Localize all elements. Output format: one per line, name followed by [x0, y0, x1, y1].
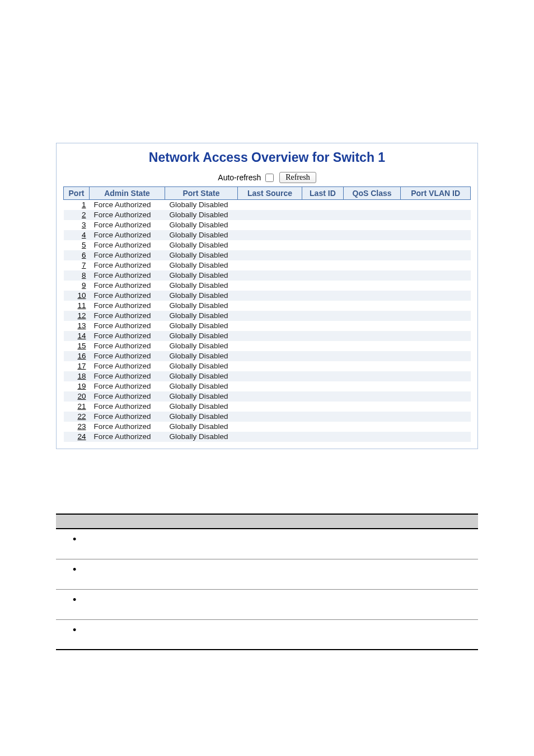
port-cell: 9	[64, 281, 90, 291]
admin-state-cell: Force Authorized	[90, 391, 165, 402]
port-link[interactable]: 21	[77, 402, 86, 410]
last-source-cell	[238, 220, 302, 230]
port-vlan-id-cell	[401, 341, 471, 351]
port-link[interactable]: 2	[82, 211, 86, 219]
admin-state-cell: Force Authorized	[90, 311, 165, 321]
last-id-cell	[302, 422, 344, 432]
last-source-cell	[238, 311, 302, 321]
admin-state-cell: Force Authorized	[90, 381, 165, 391]
port-link[interactable]: 19	[77, 382, 86, 390]
last-id-cell	[302, 240, 344, 250]
admin-state-cell: Force Authorized	[90, 331, 165, 341]
port-state-cell: Globally Disabled	[165, 210, 238, 220]
admin-state-cell: Force Authorized	[90, 291, 165, 301]
port-link[interactable]: 23	[77, 422, 86, 431]
port-link[interactable]: 13	[77, 321, 86, 330]
port-link[interactable]: 10	[77, 291, 86, 300]
port-link[interactable]: 5	[82, 241, 86, 249]
port-state-cell: Globally Disabled	[165, 311, 238, 321]
qos-class-cell	[343, 351, 401, 361]
port-cell: 18	[64, 371, 90, 381]
port-vlan-id-cell	[401, 210, 471, 220]
table-row: 1Force AuthorizedGlobally Disabled	[64, 200, 471, 211]
qos-class-cell	[343, 311, 401, 321]
port-link[interactable]: 20	[77, 392, 86, 400]
lower-value-cell	[146, 619, 478, 650]
port-link[interactable]: 11	[77, 301, 86, 310]
port-vlan-id-cell	[401, 260, 471, 270]
refresh-button[interactable]: Refresh	[279, 172, 316, 183]
port-cell: 15	[64, 341, 90, 351]
page-title: Network Access Overview for Switch 1	[63, 150, 471, 165]
last-id-cell	[302, 281, 344, 291]
port-cell: 4	[64, 230, 90, 240]
port-link[interactable]: 9	[82, 281, 86, 290]
admin-state-cell: Force Authorized	[90, 210, 165, 220]
port-link[interactable]: 4	[82, 231, 86, 239]
table-row: 4Force AuthorizedGlobally Disabled	[64, 230, 471, 240]
table-row: 8Force AuthorizedGlobally Disabled	[64, 270, 471, 281]
port-link[interactable]: 24	[77, 432, 86, 441]
last-id-cell	[302, 220, 344, 230]
qos-class-cell	[343, 321, 401, 331]
port-vlan-id-cell	[401, 291, 471, 301]
port-link[interactable]: 3	[82, 221, 86, 229]
auto-refresh-checkbox[interactable]	[265, 174, 274, 182]
last-source-cell	[238, 351, 302, 361]
port-vlan-id-cell	[401, 311, 471, 321]
lower-row: •	[56, 559, 478, 589]
port-link[interactable]: 17	[77, 362, 86, 370]
admin-state-cell: Force Authorized	[90, 361, 165, 371]
admin-state-cell: Force Authorized	[90, 250, 165, 260]
col-port: Port	[64, 187, 90, 200]
table-row: 9Force AuthorizedGlobally Disabled	[64, 281, 471, 291]
qos-class-cell	[343, 402, 401, 412]
table-row: 7Force AuthorizedGlobally Disabled	[64, 260, 471, 270]
qos-class-cell	[343, 281, 401, 291]
table-row: 15Force AuthorizedGlobally Disabled	[64, 341, 471, 351]
last-id-cell	[302, 331, 344, 341]
port-state-cell: Globally Disabled	[165, 371, 238, 381]
last-id-cell	[302, 301, 344, 311]
port-state-cell: Globally Disabled	[165, 361, 238, 371]
port-link[interactable]: 1	[82, 200, 86, 209]
table-row: 20Force AuthorizedGlobally Disabled	[64, 391, 471, 402]
port-vlan-id-cell	[401, 220, 471, 230]
port-cell: 20	[64, 391, 90, 402]
last-id-cell	[302, 361, 344, 371]
port-link[interactable]: 6	[82, 251, 86, 259]
port-link[interactable]: 14	[77, 332, 86, 340]
qos-class-cell	[343, 270, 401, 281]
last-source-cell	[238, 361, 302, 371]
last-id-cell	[302, 321, 344, 331]
table-row: 21Force AuthorizedGlobally Disabled	[64, 402, 471, 412]
port-link[interactable]: 12	[77, 311, 86, 320]
lower-row: •	[56, 529, 478, 559]
col-port-state: Port State	[165, 187, 238, 200]
port-vlan-id-cell	[401, 412, 471, 422]
bullet-icon: •	[56, 559, 146, 589]
last-id-cell	[302, 270, 344, 281]
last-source-cell	[238, 240, 302, 250]
port-link[interactable]: 18	[77, 372, 86, 380]
port-link[interactable]: 7	[82, 261, 86, 269]
bullet-icon: •	[56, 589, 146, 619]
port-cell: 6	[64, 250, 90, 260]
last-source-cell	[238, 391, 302, 402]
port-link[interactable]: 16	[77, 352, 86, 360]
port-state-cell: Globally Disabled	[165, 200, 238, 211]
port-link[interactable]: 22	[77, 412, 86, 421]
port-link[interactable]: 15	[77, 342, 86, 350]
lower-row: •	[56, 619, 478, 650]
qos-class-cell	[343, 331, 401, 341]
admin-state-cell: Force Authorized	[90, 220, 165, 230]
port-state-cell: Globally Disabled	[165, 250, 238, 260]
port-vlan-id-cell	[401, 402, 471, 412]
last-id-cell	[302, 432, 344, 442]
last-id-cell	[302, 341, 344, 351]
last-source-cell	[238, 381, 302, 391]
port-link[interactable]: 8	[82, 271, 86, 279]
table-row: 23Force AuthorizedGlobally Disabled	[64, 422, 471, 432]
admin-state-cell: Force Authorized	[90, 371, 165, 381]
port-state-cell: Globally Disabled	[165, 291, 238, 301]
